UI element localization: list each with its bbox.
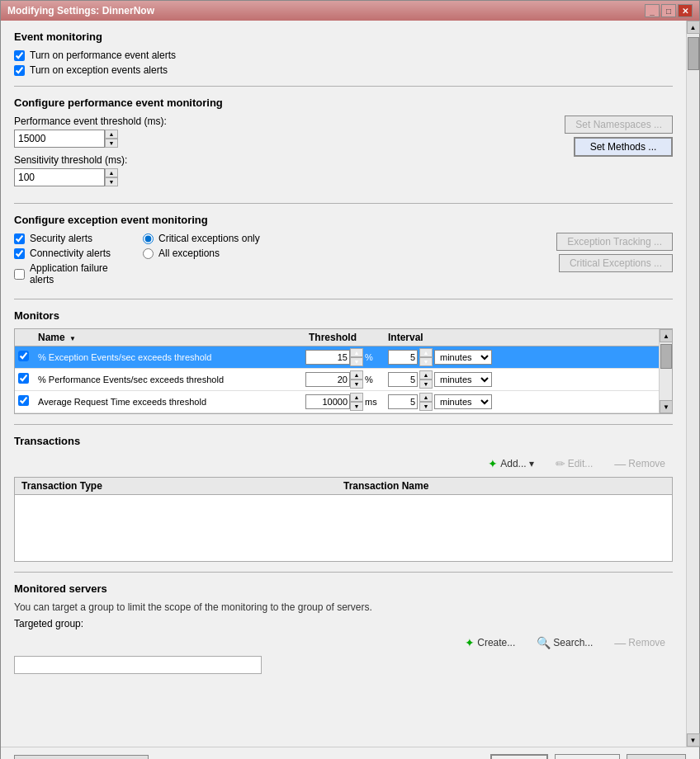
main-panel: Event monitoring Turn on performance eve… [1, 21, 686, 747]
maximize-button[interactable]: □ [661, 4, 676, 17]
close-button[interactable]: ✕ [678, 4, 693, 17]
row3-unit: ms [365, 397, 388, 407]
row1-up[interactable]: ▲ [350, 348, 363, 357]
transactions-toolbar: ✦ Add... ▾ ✏ Edit... — Remove [14, 454, 673, 474]
row2-threshold-input[interactable] [305, 372, 350, 387]
main-window: Modifying Settings: DinnerNow _ □ ✕ Even… [0, 0, 700, 759]
threshold-label: Performance event threshold (ms): [14, 116, 167, 127]
add-transaction-button[interactable]: ✦ Add... ▾ [480, 454, 541, 474]
cancel-button[interactable]: Cancel [555, 754, 620, 759]
monitored-servers-section: Monitored servers You can target a group… [14, 582, 673, 674]
apply-button[interactable]: Apply [627, 754, 686, 759]
monitored-servers-title: Monitored servers [14, 582, 673, 595]
sensitivity-input[interactable] [14, 168, 105, 186]
monitors-scroll-track [660, 342, 672, 400]
remove-transaction-button[interactable]: — Remove [607, 454, 673, 474]
exception-alerts-checkbox[interactable] [14, 65, 25, 76]
set-namespaces-button[interactable]: Set Namespaces ... [565, 116, 673, 134]
row3-interval-up[interactable]: ▲ [419, 393, 433, 402]
monitors-scroll-down[interactable]: ▼ [660, 400, 673, 413]
name-sort-icon: ▼ [69, 335, 76, 342]
row1-interval-down[interactable]: ▼ [419, 357, 433, 366]
minimize-button[interactable]: _ [645, 4, 660, 17]
scroll-down-button[interactable]: ▼ [687, 733, 700, 747]
configure-exception-title: Configure exception event monitoring [14, 214, 673, 226]
monitors-section: Monitors Name ▼ Threshold [14, 309, 673, 414]
table-row[interactable]: % Exception Events/sec exceeds threshold… [15, 346, 659, 369]
row1-interval-spin: ▲ ▼ [419, 348, 433, 366]
row3-threshold-input[interactable] [305, 394, 350, 409]
critical-exceptions-button[interactable]: Critical Exceptions ... [559, 254, 673, 272]
window-controls: _ □ ✕ [645, 4, 693, 17]
configure-performance-section: Configure performance event monitoring P… [14, 97, 673, 193]
row3-interval: ▲ ▼ minutes hours seconds [388, 393, 655, 411]
sensitivity-down-btn[interactable]: ▼ [105, 177, 118, 186]
monitored-servers-description: You can target a group to limit the scop… [14, 601, 673, 613]
threshold-up-btn[interactable]: ▲ [105, 130, 118, 139]
security-alerts-row: Security alerts [14, 233, 130, 244]
row2-interval-spin: ▲ ▼ [419, 370, 433, 389]
row2-interval-up[interactable]: ▲ [419, 370, 433, 380]
search-icon: 🔍 [537, 636, 551, 649]
row3-down[interactable]: ▼ [350, 402, 363, 411]
row2-name: % Performance Events/sec exceeds thresho… [38, 375, 305, 384]
table-row[interactable]: % Performance Events/sec exceeds thresho… [15, 369, 659, 391]
row2-down[interactable]: ▼ [350, 380, 363, 389]
all-exceptions-radio[interactable] [143, 248, 154, 259]
connectivity-alerts-row: Connectivity alerts [14, 248, 130, 259]
monitors-scroll-thumb[interactable] [660, 344, 672, 369]
monitors-scroll-up[interactable]: ▲ [660, 329, 673, 342]
performance-alerts-checkbox[interactable] [14, 50, 25, 61]
row2-checkbox[interactable] [18, 373, 29, 384]
row1-interval-up[interactable]: ▲ [419, 348, 433, 357]
threshold-input[interactable] [14, 130, 105, 148]
title-bar: Modifying Settings: DinnerNow _ □ ✕ [1, 1, 699, 21]
row2-interval-select[interactable]: minutes hours seconds [434, 372, 492, 387]
row2-up[interactable]: ▲ [350, 370, 363, 380]
targeted-group-input[interactable] [14, 656, 262, 674]
create-group-button[interactable]: ✦ Create... [457, 633, 523, 653]
ms-remove-icon: — [614, 636, 626, 649]
row1-down[interactable]: ▼ [350, 357, 363, 366]
scroll-up-button[interactable]: ▲ [687, 21, 700, 34]
row3-checkbox[interactable] [18, 395, 29, 406]
row1-spin: ▲ ▼ [350, 348, 363, 366]
security-alerts-checkbox[interactable] [14, 233, 25, 244]
performance-buttons: Set Namespaces ... Set Methods ... [183, 116, 673, 157]
targeted-group-label: Targeted group: [14, 618, 673, 629]
edit-transaction-label: Edit... [568, 458, 594, 469]
search-group-button[interactable]: 🔍 Search... [529, 633, 600, 653]
sensitivity-up-btn[interactable]: ▲ [105, 168, 118, 177]
row1-checkbox[interactable] [18, 351, 29, 361]
create-group-label: Create... [477, 637, 515, 648]
remove-group-button[interactable]: — Remove [607, 633, 673, 653]
exception-tracking-button[interactable]: Exception Tracking ... [556, 233, 673, 251]
row3-interval-input[interactable] [388, 394, 418, 409]
threshold-group: Performance event threshold (ms): ▲ ▼ [14, 116, 167, 148]
row2-check [18, 373, 38, 386]
table-row[interactable]: Average Request Time exceeds threshold ▲… [15, 391, 659, 413]
row2-interval-input[interactable] [388, 372, 418, 387]
th-transaction-name: Transaction Name [343, 480, 665, 492]
connectivity-alerts-checkbox[interactable] [14, 248, 25, 259]
row3-interval-select[interactable]: minutes hours seconds [434, 394, 492, 409]
row1-name: % Exception Events/sec exceeds threshold [38, 352, 305, 362]
set-methods-button[interactable]: Set Methods ... [574, 137, 673, 157]
row1-interval-input[interactable] [388, 350, 418, 365]
critical-exceptions-radio[interactable] [143, 233, 154, 244]
ok-button[interactable]: OK [490, 754, 548, 759]
app-failure-alerts-checkbox[interactable] [14, 269, 25, 280]
row2-interval-down[interactable]: ▼ [419, 380, 433, 389]
row3-up[interactable]: ▲ [350, 393, 363, 402]
edit-icon: ✏ [556, 457, 565, 470]
threshold-down-btn[interactable]: ▼ [105, 139, 118, 148]
row1-interval-select[interactable]: minutes hours seconds [434, 350, 492, 365]
content-area: Event monitoring Turn on performance eve… [1, 21, 699, 747]
use-default-button[interactable]: Use Default Configuration [14, 755, 149, 759]
row3-interval-down[interactable]: ▼ [419, 402, 433, 411]
all-exceptions-label: All exceptions [158, 248, 220, 259]
row1-threshold-input[interactable] [305, 350, 350, 365]
row1-threshold: ▲ ▼ % [305, 348, 388, 366]
scroll-thumb[interactable] [688, 37, 699, 70]
edit-transaction-button[interactable]: ✏ Edit... [548, 454, 601, 474]
